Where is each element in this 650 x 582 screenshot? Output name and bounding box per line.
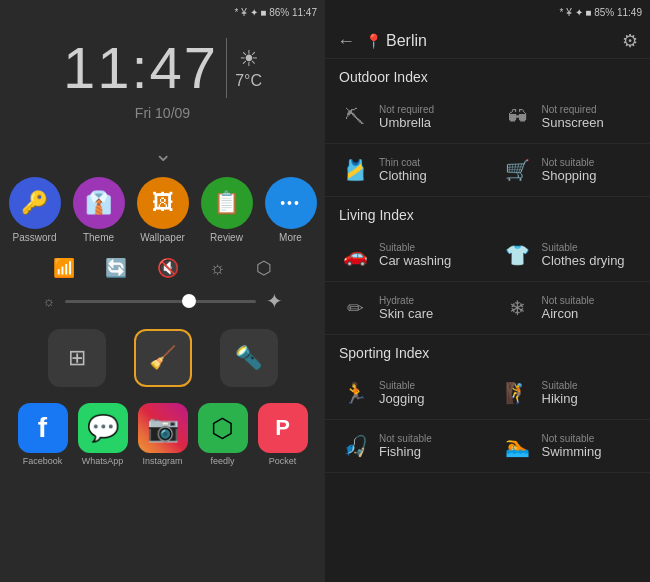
whatsapp-label: WhatsApp: [82, 456, 124, 466]
shopping-icon: 🛒: [500, 152, 536, 188]
weather-icon: ☀: [239, 46, 259, 72]
settings-gear-icon[interactable]: ⚙: [622, 30, 638, 52]
clothing-text: Thin coat Clothing: [379, 157, 427, 183]
app-item-more[interactable]: ••• More: [265, 177, 317, 243]
jogging-icon: 🏃: [337, 375, 373, 411]
outdoor-shopping: 🛒 Not suitable Shopping: [488, 144, 651, 197]
outdoor-grid: ⛏ Not required Umbrella 🕶 Not required S…: [325, 91, 650, 197]
instagram-icon[interactable]: 📷: [138, 403, 188, 453]
swimming-text: Not suitable Swimming: [542, 433, 602, 459]
app-label-theme: Theme: [83, 232, 114, 243]
hiking-text: Suitable Hiking: [542, 380, 578, 406]
chevron-down-icon: ⌄: [154, 141, 172, 166]
section-living: Living Index: [325, 197, 650, 229]
feedly-label: feedly: [210, 456, 234, 466]
fishing-icon: 🎣: [337, 428, 373, 464]
nav-bar: ← 📍 Berlin ⚙: [325, 24, 650, 59]
sporting-fishing: 🎣 Not suitable Fishing: [325, 420, 488, 473]
instagram-label: Instagram: [142, 456, 182, 466]
facebook-icon[interactable]: f: [18, 403, 68, 453]
clock-divider: [226, 38, 227, 98]
city-name: Berlin: [386, 32, 622, 50]
bottom-app-whatsapp[interactable]: 💬 WhatsApp: [78, 403, 128, 466]
temperature: 7°C: [235, 72, 262, 90]
umbrella-icon: ⛏: [337, 99, 373, 135]
app-circle-wallpaper[interactable]: 🖼: [137, 177, 189, 229]
jogging-text: Suitable Jogging: [379, 380, 425, 406]
bottom-shortcuts: ⊞ 🧹 🔦: [48, 329, 278, 387]
brightness-low-icon: ☼: [43, 293, 56, 309]
sporting-jogging: 🏃 Suitable Jogging: [325, 367, 488, 420]
wifi-icon[interactable]: 📶: [53, 257, 75, 279]
screen-rotate-icon[interactable]: 🔄: [105, 257, 127, 279]
facebook-label: Facebook: [23, 456, 63, 466]
app-circle-password[interactable]: 🔑: [9, 177, 61, 229]
app-label-password: Password: [13, 232, 57, 243]
aircon-text: Not suitable Aircon: [542, 295, 595, 321]
sporting-grid: 🏃 Suitable Jogging 🧗 Suitable Hiking 🎣 N…: [325, 367, 650, 473]
app-item-review[interactable]: 📋 Review: [201, 177, 253, 243]
app-label-wallpaper: Wallpaper: [140, 232, 185, 243]
date-row: Fri 10/09: [63, 105, 262, 121]
clock-area: 11:47 ☀ 7°C Fri 10/09: [63, 34, 262, 121]
umbrella-text: Not required Umbrella: [379, 104, 434, 130]
clothes-drying-icon: 👕: [500, 237, 536, 273]
living-aircon: ❄ Not suitable Aircon: [488, 282, 651, 335]
app-circle-more[interactable]: •••: [265, 177, 317, 229]
outdoor-sunscreen: 🕶 Not required Sunscreen: [488, 91, 651, 144]
brightness-slider[interactable]: [65, 300, 255, 303]
section-outdoor: Outdoor Index: [325, 59, 650, 91]
living-grid: 🚗 Suitable Car washing 👕 Suitable Clothe…: [325, 229, 650, 335]
back-button[interactable]: ←: [337, 31, 355, 52]
status-text-left: * ¥ ✦ ■ 86% 11:47: [235, 7, 317, 18]
shortcut-flashlight[interactable]: 🔦: [220, 329, 278, 387]
clock-right: ☀ 7°C: [235, 46, 262, 90]
whatsapp-icon[interactable]: 💬: [78, 403, 128, 453]
carwash-icon: 🚗: [337, 237, 373, 273]
living-skincare: ✏ Hydrate Skin care: [325, 282, 488, 335]
bottom-app-facebook[interactable]: f Facebook: [18, 403, 68, 466]
pocket-icon[interactable]: P: [258, 403, 308, 453]
status-bar-right: * ¥ ✦ ■ 85% 11:49: [325, 0, 650, 24]
outdoor-clothing: 🎽 Thin coat Clothing: [325, 144, 488, 197]
app-label-more: More: [279, 232, 302, 243]
location-pin-icon: 📍: [365, 33, 382, 49]
status-icons-left: * ¥ ✦ ■ 86% 11:47: [235, 7, 317, 18]
carwash-text: Suitable Car washing: [379, 242, 451, 268]
brightness-auto-icon[interactable]: ☼: [209, 258, 226, 279]
right-panel: * ¥ ✦ ■ 85% 11:49 ← 📍 Berlin ⚙ Outdoor I…: [325, 0, 650, 582]
app-item-theme[interactable]: 👔 Theme: [73, 177, 125, 243]
chevron-area: ⌄: [154, 141, 172, 167]
shortcut-calc[interactable]: ⊞: [48, 329, 106, 387]
sunscreen-icon: 🕶: [500, 99, 536, 135]
feedly-icon[interactable]: ⬡: [198, 403, 248, 453]
volume-icon[interactable]: 🔇: [157, 257, 179, 279]
app-item-password[interactable]: 🔑 Password: [9, 177, 61, 243]
living-carwash: 🚗 Suitable Car washing: [325, 229, 488, 282]
bluetooth-icon[interactable]: ⬡: [256, 257, 272, 279]
clothing-icon: 🎽: [337, 152, 373, 188]
app-circle-theme[interactable]: 👔: [73, 177, 125, 229]
brightness-high-icon: ✦: [266, 289, 283, 313]
left-panel: * ¥ ✦ ■ 86% 11:47 11:47 ☀ 7°C Fri 10/09 …: [0, 0, 325, 582]
clothes-drying-text: Suitable Clothes drying: [542, 242, 625, 268]
bottom-apps-row: f Facebook 💬 WhatsApp 📷 Instagram ⬡ feed…: [18, 403, 308, 466]
brightness-row: ☼ ✦: [43, 289, 283, 313]
hiking-icon: 🧗: [500, 375, 536, 411]
sunscreen-text: Not required Sunscreen: [542, 104, 604, 130]
app-circle-review[interactable]: 📋: [201, 177, 253, 229]
shortcut-clean[interactable]: 🧹: [134, 329, 192, 387]
app-item-wallpaper[interactable]: 🖼 Wallpaper: [137, 177, 189, 243]
brightness-thumb: [182, 294, 196, 308]
bottom-app-feedly[interactable]: ⬡ feedly: [198, 403, 248, 466]
sporting-hiking: 🧗 Suitable Hiking: [488, 367, 651, 420]
bottom-app-instagram[interactable]: 📷 Instagram: [138, 403, 188, 466]
living-clothes-drying: 👕 Suitable Clothes drying: [488, 229, 651, 282]
pocket-label: Pocket: [269, 456, 297, 466]
app-label-review: Review: [210, 232, 243, 243]
app-icons-row: 🔑 Password 👔 Theme 🖼 Wallpaper 📋 Review …: [9, 177, 317, 243]
bottom-app-pocket[interactable]: P Pocket: [258, 403, 308, 466]
aircon-icon: ❄: [500, 290, 536, 326]
fishing-text: Not suitable Fishing: [379, 433, 432, 459]
status-bar-left: * ¥ ✦ ■ 86% 11:47: [0, 0, 325, 24]
